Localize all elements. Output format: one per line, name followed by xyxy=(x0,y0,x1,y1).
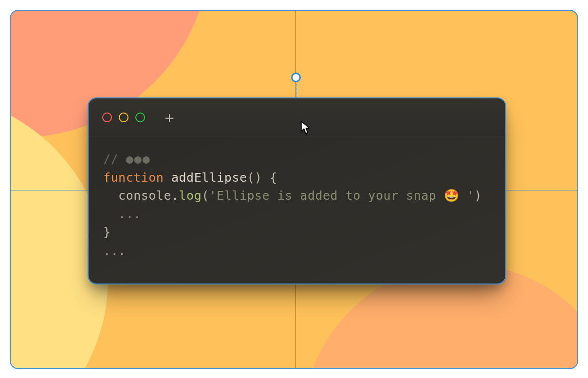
code-method: log xyxy=(179,189,202,203)
minimize-icon[interactable] xyxy=(119,113,129,122)
traffic-lights xyxy=(102,113,145,122)
code-dot: . xyxy=(171,189,179,203)
code-console: console xyxy=(118,189,171,203)
code-funcname: addEllipse xyxy=(164,170,247,185)
code-comment: // xyxy=(103,152,126,166)
rotate-handle-stem xyxy=(295,84,296,98)
code-ellipsis: ... xyxy=(118,207,141,221)
window-titlebar[interactable]: ＋ xyxy=(89,98,505,136)
new-tab-button[interactable]: ＋ xyxy=(163,111,176,124)
code-editor[interactable]: // ●●● function addEllipse() { console.l… xyxy=(89,136,505,284)
code-string: 'Ellipse is added to your snap 🤩 ' xyxy=(209,189,475,203)
code-punc: () { xyxy=(247,170,277,185)
code-indent xyxy=(103,207,118,221)
code-keyword: function xyxy=(103,170,164,185)
maximize-icon[interactable] xyxy=(135,113,145,122)
code-window[interactable]: ＋ // ●●● function addEllipse() { console… xyxy=(89,98,505,284)
plus-icon: ＋ xyxy=(162,110,177,125)
code-ellipsis: ... xyxy=(103,244,126,258)
design-canvas[interactable]: ＋ // ●●● function addEllipse() { console… xyxy=(10,10,578,369)
code-call-close: ) xyxy=(474,189,482,203)
code-comment-dots: ●●● xyxy=(126,152,151,166)
close-icon[interactable] xyxy=(102,113,112,122)
code-call-open: ( xyxy=(202,189,209,203)
rotate-handle[interactable] xyxy=(291,73,301,82)
code-brace-close: } xyxy=(103,225,111,239)
code-indent xyxy=(103,189,118,203)
